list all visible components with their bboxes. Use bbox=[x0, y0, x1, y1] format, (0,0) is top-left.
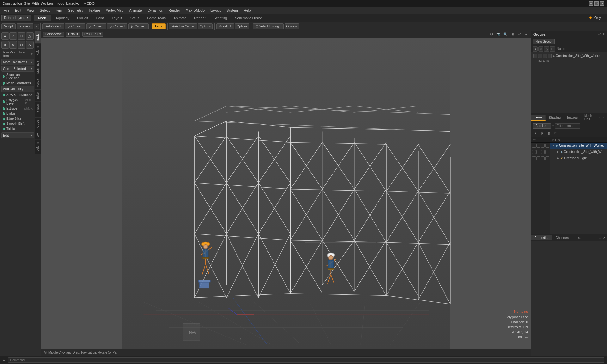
items-add-icon-btn[interactable]: + bbox=[533, 130, 538, 136]
minimize-button[interactable]: ─ bbox=[589, 1, 593, 6]
presets-btn[interactable]: Presets bbox=[17, 23, 33, 29]
menu-geometry[interactable]: Geometry bbox=[65, 8, 85, 13]
tree-expand-2[interactable]: ▶ bbox=[556, 150, 560, 154]
tool-text-btn[interactable]: A bbox=[26, 41, 34, 49]
extrude-btn[interactable]: Extrude Shift-X bbox=[1, 106, 34, 111]
menu-animate[interactable]: Animate bbox=[126, 8, 144, 13]
tool-circle-btn[interactable]: ● bbox=[1, 32, 9, 40]
group-item[interactable]: ▶ Construction_Site_With_Worke... bbox=[532, 53, 606, 58]
side-tab-polygon[interactable]: Polygon bbox=[35, 101, 41, 117]
tool-rotate-btn[interactable]: ↺ bbox=[1, 41, 9, 49]
menu-layout[interactable]: Layout bbox=[208, 8, 223, 13]
viewport-perspective-label[interactable]: Perspective bbox=[43, 32, 64, 37]
edge-slice-btn[interactable]: Edge Slice bbox=[1, 116, 34, 121]
viewport-default-label[interactable]: Default bbox=[66, 32, 80, 37]
convert-btn1[interactable]: ▷ Convert bbox=[65, 23, 85, 29]
tool-hex-btn[interactable]: ⬡ bbox=[18, 41, 25, 49]
vis-render-btn[interactable]: △ bbox=[544, 46, 549, 52]
tab-topology[interactable]: Topology bbox=[52, 15, 73, 21]
add-tab-button[interactable]: + bbox=[603, 15, 606, 21]
props-tab-channels[interactable]: Channels bbox=[553, 235, 572, 240]
viewport-expand-icon[interactable]: ⤢ bbox=[517, 32, 522, 37]
gvis-4[interactable] bbox=[548, 54, 552, 58]
side-tab-uv[interactable]: UV bbox=[35, 130, 41, 140]
vis-lock-btn[interactable]: □ bbox=[550, 46, 555, 52]
vis-dot-2a[interactable] bbox=[532, 150, 536, 154]
vis-dot-2d[interactable] bbox=[545, 150, 549, 154]
tool-tri-btn[interactable]: △ bbox=[26, 32, 34, 40]
vis-eye-btn[interactable]: ● bbox=[533, 46, 538, 52]
vis-dot-3a[interactable] bbox=[532, 156, 536, 160]
tab-animate[interactable]: Animate bbox=[170, 15, 190, 21]
vis-dot-1a[interactable] bbox=[532, 144, 536, 148]
tree-item-2[interactable]: ▶ ◆ Construction_Site_With_Workers bbox=[550, 149, 607, 155]
layout-selector[interactable]: Default Layouts ▾ bbox=[1, 15, 31, 21]
items-btn[interactable]: Items bbox=[152, 23, 165, 29]
items-copy-icon-btn[interactable]: ⎘ bbox=[539, 130, 545, 136]
vis-dot-3b[interactable] bbox=[536, 156, 540, 160]
menu-system[interactable]: System bbox=[224, 8, 241, 13]
tree-expand-3[interactable]: ▶ bbox=[556, 157, 560, 160]
side-tab-reform[interactable]: Reform bbox=[35, 43, 41, 58]
menu-view[interactable]: View bbox=[24, 8, 37, 13]
tab-items[interactable]: Items bbox=[531, 115, 546, 121]
props-tab-properties[interactable]: Properties bbox=[531, 235, 552, 240]
tab-scripting[interactable]: Scripting bbox=[210, 15, 231, 21]
items-close-btn[interactable]: ✕ bbox=[602, 115, 606, 120]
vis-cam-btn[interactable]: ◎ bbox=[538, 46, 543, 52]
viewport-search-icon[interactable]: 🔍 bbox=[503, 32, 508, 37]
viewport-raygl-label[interactable]: Ray GL: Off bbox=[82, 32, 103, 37]
mesh-constraints-btn[interactable]: Mesh Constraints bbox=[1, 81, 34, 86]
select-options-btn[interactable]: Options bbox=[285, 23, 299, 29]
side-tab-edge[interactable]: Edge bbox=[35, 89, 41, 101]
new-group-btn[interactable]: New Group bbox=[533, 39, 555, 44]
vis-dot-2c[interactable] bbox=[541, 150, 545, 154]
add-geometry-header[interactable]: Add Geometry bbox=[1, 86, 34, 92]
sds-subdivide-btn[interactable]: SDS Subdivide 2X bbox=[1, 93, 34, 97]
groups-close-btn[interactable]: ✕ bbox=[602, 32, 605, 36]
side-tab-deform[interactable]: Deform bbox=[35, 139, 41, 154]
menu-render[interactable]: Render bbox=[166, 8, 182, 13]
tab-images[interactable]: Images bbox=[564, 115, 581, 120]
props-add-btn[interactable]: + bbox=[599, 235, 601, 240]
side-tab-vertex[interactable]: Vertex bbox=[35, 76, 41, 90]
menu-edit[interactable]: Edit bbox=[13, 8, 24, 13]
gvis-2[interactable] bbox=[538, 54, 542, 58]
tab-schematic-fusion[interactable]: Schematic Fusion bbox=[231, 15, 266, 21]
viewport-camera-icon[interactable]: 📷 bbox=[496, 32, 501, 37]
viewport-grid-icon[interactable]: ⊞ bbox=[510, 32, 515, 37]
items-delete-icon-btn[interactable]: 🗑 bbox=[546, 130, 552, 136]
add-item-btn[interactable]: Add Item bbox=[533, 123, 551, 129]
tab-render[interactable]: Render bbox=[190, 15, 209, 21]
command-input[interactable] bbox=[8, 357, 604, 363]
menu-maxtomodo[interactable]: MaxToModo bbox=[183, 8, 207, 13]
tab-paint[interactable]: Paint bbox=[92, 15, 108, 21]
vis-dot-1d[interactable] bbox=[545, 144, 549, 148]
smooth-shift-btn[interactable]: Smooth Shift bbox=[1, 121, 34, 126]
side-tab-curve[interactable]: Curve bbox=[35, 117, 41, 130]
items-expand-btn[interactable]: ⤢ bbox=[597, 115, 601, 120]
tool-square-btn[interactable]: □ bbox=[18, 32, 25, 40]
vis-dot-1c[interactable] bbox=[541, 144, 545, 148]
tree-item-1[interactable]: ▼ ◆ Construction_Site_With_Worke... bbox=[550, 143, 607, 149]
falloff-btn[interactable]: ⟳ Falloff bbox=[216, 23, 234, 29]
sculpt-btn[interactable]: Sculpt bbox=[1, 23, 16, 29]
action-center-btn[interactable]: ⊕ Action Center bbox=[169, 23, 197, 29]
tab-layout[interactable]: Layout bbox=[108, 15, 126, 21]
groups-expand-btn[interactable]: ⤢ bbox=[598, 32, 601, 36]
menu-vertex-map[interactable]: Vertex Map bbox=[103, 8, 126, 13]
filter-items-input[interactable] bbox=[555, 123, 580, 129]
menu-dynamics[interactable]: Dynamics bbox=[145, 8, 165, 13]
tool-ring-btn[interactable]: ○ bbox=[9, 32, 17, 40]
close-button[interactable]: ✕ bbox=[600, 1, 604, 6]
tab-model[interactable]: Model bbox=[34, 15, 51, 21]
viewport-settings-icon[interactable]: ⚙ bbox=[489, 32, 494, 37]
vis-dot-3d[interactable] bbox=[545, 156, 549, 160]
snaps-precision-btn[interactable]: Snaps and Precision bbox=[1, 72, 34, 81]
falloff-options-btn[interactable]: Options bbox=[235, 23, 249, 29]
props-expand-btn[interactable]: ⤢ bbox=[603, 236, 606, 240]
vis-dot-2b[interactable] bbox=[536, 150, 540, 154]
action-options-btn[interactable]: Options bbox=[198, 23, 212, 29]
menu-texture[interactable]: Texture bbox=[86, 8, 103, 13]
props-tab-lists[interactable]: Lists bbox=[573, 235, 586, 240]
